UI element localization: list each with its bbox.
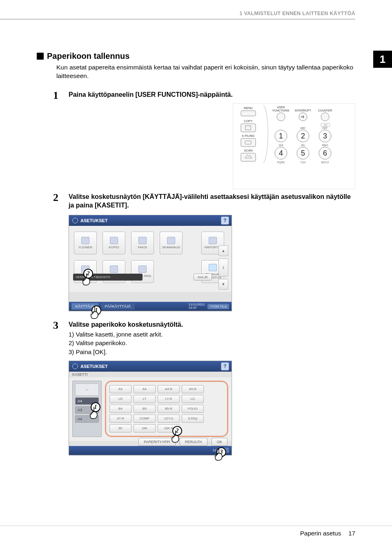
svg-text:TUV: TUV bbox=[301, 161, 306, 164]
shot-titlebar: ASETUKSET ? bbox=[69, 215, 232, 226]
svg-rect-8 bbox=[241, 153, 256, 161]
help-button[interactable]: ? bbox=[221, 362, 229, 370]
status-time: 12:37 bbox=[213, 448, 221, 452]
square-bullet-icon bbox=[37, 53, 44, 60]
size-button[interactable]: LT bbox=[134, 395, 156, 403]
job-status-button[interactable] bbox=[223, 448, 229, 453]
svg-text:ABC: ABC bbox=[300, 127, 306, 129]
size-button[interactable]: B4 bbox=[109, 405, 131, 413]
scroll-up-button[interactable]: ▲ bbox=[218, 245, 228, 256]
svg-text:MNO: MNO bbox=[322, 144, 328, 147]
step-number: 3 bbox=[53, 320, 64, 357]
size-button[interactable]: 8.5SQ bbox=[182, 415, 204, 423]
chapter-tab: 1 bbox=[373, 51, 392, 68]
size-button[interactable]: FOLIO bbox=[182, 405, 204, 413]
tab-admin[interactable]: PÄÄKÄYTTÄJÄ bbox=[101, 303, 135, 310]
screenshot-step3: ASETUKSET ? KASETTI ▭ A4 A3 A4 A3 A4 A4-… bbox=[69, 361, 232, 455]
tray-item[interactable]: A4 bbox=[75, 397, 99, 405]
step-title: Paina käyttöpaneelin [USER FUNCTIONS]-nä… bbox=[69, 90, 355, 99]
svg-point-15 bbox=[321, 113, 329, 121]
svg-rect-5 bbox=[241, 138, 256, 147]
screenshot-step2: ASETUKSET ? YLEINEN KOPIO FAKSI SKANNAUS… bbox=[69, 215, 232, 311]
size-button[interactable]: LD bbox=[109, 395, 131, 403]
printer-icon: ▭ bbox=[75, 383, 99, 396]
step-title: Valitse paperikoko kosketusnäytöltä. bbox=[69, 320, 355, 329]
tile-fax[interactable]: FAKSI bbox=[131, 232, 154, 254]
size-button[interactable]: 13"LG bbox=[158, 415, 180, 423]
doc-icon bbox=[81, 237, 89, 244]
step-sublist: 1) Valitse kasetti, jonne asetit arkit. … bbox=[69, 330, 355, 357]
chapter-header: 1 VALMISTELUT ENNEN LAITTEEN KÄYTTÖÄ bbox=[37, 0, 355, 19]
svg-text:GHI: GHI bbox=[278, 144, 283, 147]
size-button[interactable]: LG bbox=[182, 395, 204, 403]
tray-item[interactable]: A3 bbox=[75, 406, 99, 414]
shot-titlebar: ASETUKSET ? bbox=[69, 361, 232, 372]
footer: Paperin asetus 17 bbox=[300, 530, 355, 537]
scroll-down-button[interactable]: ▼ bbox=[218, 279, 228, 290]
size-button[interactable]: 16K-R bbox=[158, 424, 180, 433]
size-button[interactable]: A5-R bbox=[182, 385, 204, 393]
report-icon bbox=[209, 237, 217, 244]
status-time: 11/11/2011 12:37 bbox=[189, 303, 205, 310]
control-panel-figure: MENU COPY e-FILING SCAN USER bbox=[233, 103, 355, 189]
network-status: VERKKOJA TIEDOSTO bbox=[73, 274, 143, 281]
svg-text:PQRS: PQRS bbox=[277, 161, 285, 164]
breadcrumb: KASETTI bbox=[69, 372, 232, 377]
svg-text:JKL: JKL bbox=[301, 144, 305, 147]
size-button[interactable]: A4 bbox=[134, 385, 156, 393]
size-button[interactable]: 8K bbox=[109, 424, 131, 433]
tab-user[interactable]: KÄYTTÄJÄ bbox=[71, 303, 98, 310]
email-icon bbox=[138, 265, 147, 273]
close-button[interactable]: SULJE bbox=[194, 274, 212, 281]
svg-text:3: 3 bbox=[323, 132, 327, 140]
tabstrip: 12:37 bbox=[69, 446, 232, 455]
shot-body: YLEINEN KOPIO FAKSI SKANNAUS RAPORTIT KA… bbox=[69, 226, 232, 292]
svg-rect-2 bbox=[241, 124, 256, 132]
step-number: 2 bbox=[53, 192, 64, 211]
job-status-button[interactable]: TYÖN TILA bbox=[207, 304, 229, 309]
svg-text:USER: USER bbox=[277, 106, 285, 109]
tile-scan[interactable]: SKANNAUS bbox=[160, 232, 183, 254]
size-button[interactable]: LT-R bbox=[158, 395, 180, 403]
page-number: 17 bbox=[348, 530, 355, 537]
paper-type-button[interactable]: PAPERITYYPPI bbox=[138, 438, 175, 446]
svg-text:COUNTER: COUNTER bbox=[318, 109, 332, 112]
gear-icon bbox=[72, 363, 78, 369]
shot-title: ASETUKSET bbox=[80, 364, 108, 369]
size-button[interactable]: A3 bbox=[109, 385, 131, 393]
cancel-button[interactable]: PERUUTA bbox=[180, 438, 207, 446]
step-title: Valitse kosketusnäytön [KÄYTTÄJÄ]-välile… bbox=[69, 192, 355, 210]
section-title-text: Paperikoon tallennus bbox=[47, 51, 129, 61]
size-button[interactable]: COMP bbox=[134, 415, 156, 423]
tile-general[interactable]: YLEINEN bbox=[74, 232, 97, 254]
chapter-divider bbox=[37, 19, 355, 20]
size-button[interactable]: ST-R bbox=[109, 415, 131, 423]
tile-copy[interactable]: KOPIO bbox=[102, 232, 125, 254]
svg-text:1: 1 bbox=[279, 132, 283, 140]
gear-icon bbox=[72, 218, 78, 223]
size-button[interactable]: A4-R bbox=[158, 385, 180, 393]
size-button[interactable]: 16K bbox=[134, 424, 156, 433]
address-icon bbox=[110, 265, 118, 273]
svg-text:INTERRUPT: INTERRUPT bbox=[295, 109, 312, 112]
step-1: 1 Paina käyttöpaneelin [USER FUNCTIONS]-… bbox=[53, 90, 355, 101]
help-button[interactable]: ? bbox=[221, 216, 229, 225]
section-intro: Kun asetat papereita ensimmäistä kertaa … bbox=[56, 63, 355, 80]
tray-list: ▭ A4 A3 A4 bbox=[72, 381, 102, 437]
tray-icon bbox=[81, 265, 89, 273]
size-button[interactable]: B5-R bbox=[158, 405, 180, 413]
svg-text:6: 6 bbox=[323, 149, 327, 157]
svg-text:FUNCTIONS: FUNCTIONS bbox=[273, 109, 290, 112]
ok-button[interactable]: OK bbox=[212, 438, 227, 446]
tray-item[interactable]: A4 bbox=[75, 415, 99, 423]
svg-rect-0 bbox=[241, 111, 256, 116]
fax-icon bbox=[138, 237, 147, 244]
sub-item: 3) Paina [OK]. bbox=[69, 348, 355, 357]
svg-text:5: 5 bbox=[301, 149, 305, 157]
scan-icon bbox=[167, 237, 175, 244]
tabstrip: KÄYTTÄJÄ PÄÄKÄYTTÄJÄ 11/11/2011 12:37 TY… bbox=[69, 302, 232, 311]
shot-title: ASETUKSET bbox=[80, 218, 108, 223]
svg-text:WXYZ: WXYZ bbox=[321, 161, 329, 164]
size-button[interactable]: B5 bbox=[134, 405, 156, 413]
footer-section: Paperin asetus bbox=[300, 530, 341, 537]
